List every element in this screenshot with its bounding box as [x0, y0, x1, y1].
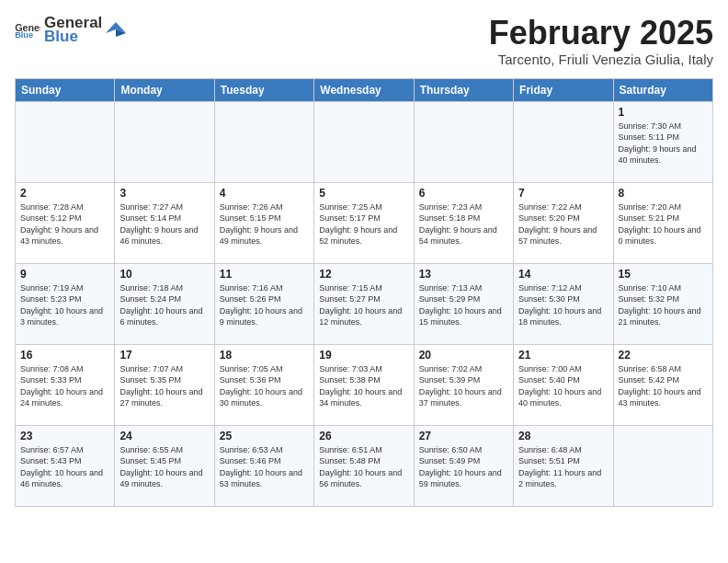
col-header-saturday: Saturday	[613, 78, 712, 101]
day-number: 22	[619, 349, 708, 362]
day-info: Sunrise: 7:03 AM Sunset: 5:38 PM Dayligh…	[319, 363, 408, 409]
day-info: Sunrise: 7:10 AM Sunset: 5:32 PM Dayligh…	[619, 282, 708, 328]
day-info: Sunrise: 7:27 AM Sunset: 5:14 PM Dayligh…	[119, 201, 209, 247]
calendar-cell: 3Sunrise: 7:27 AM Sunset: 5:14 PM Daylig…	[115, 182, 214, 263]
day-info: Sunrise: 7:26 AM Sunset: 5:15 PM Dayligh…	[220, 201, 309, 247]
title-block: February 2025 Tarcento, Friuli Venezia G…	[489, 15, 713, 67]
day-info: Sunrise: 7:12 AM Sunset: 5:30 PM Dayligh…	[518, 282, 608, 328]
day-number: 26	[319, 430, 408, 442]
day-info: Sunrise: 7:20 AM Sunset: 5:21 PM Dayligh…	[619, 201, 708, 247]
day-number: 10	[119, 268, 209, 281]
calendar-cell: 25Sunrise: 6:53 AM Sunset: 5:46 PM Dayli…	[214, 425, 313, 506]
calendar-table: SundayMondayTuesdayWednesdayThursdayFrid…	[15, 78, 713, 507]
day-info: Sunrise: 6:48 AM Sunset: 5:51 PM Dayligh…	[518, 444, 608, 490]
day-info: Sunrise: 6:57 AM Sunset: 5:43 PM Dayligh…	[20, 444, 109, 490]
day-info: Sunrise: 7:15 AM Sunset: 5:27 PM Dayligh…	[319, 282, 408, 328]
day-info: Sunrise: 7:07 AM Sunset: 5:35 PM Dayligh…	[119, 363, 209, 409]
calendar-cell: 16Sunrise: 7:08 AM Sunset: 5:33 PM Dayli…	[16, 344, 115, 425]
calendar-cell: 23Sunrise: 6:57 AM Sunset: 5:43 PM Dayli…	[16, 425, 115, 506]
col-header-sunday: Sunday	[16, 78, 115, 101]
calendar-cell: 14Sunrise: 7:12 AM Sunset: 5:30 PM Dayli…	[514, 263, 613, 344]
calendar-cell	[514, 101, 613, 182]
day-number: 2	[20, 187, 109, 200]
day-number: 14	[518, 268, 608, 281]
day-number: 6	[419, 187, 508, 200]
calendar-cell: 17Sunrise: 7:07 AM Sunset: 5:35 PM Dayli…	[115, 344, 214, 425]
day-info: Sunrise: 7:28 AM Sunset: 5:12 PM Dayligh…	[20, 201, 109, 247]
calendar-cell: 12Sunrise: 7:15 AM Sunset: 5:27 PM Dayli…	[314, 263, 414, 344]
day-info: Sunrise: 6:55 AM Sunset: 5:45 PM Dayligh…	[119, 444, 209, 490]
day-number: 12	[319, 268, 408, 281]
day-info: Sunrise: 7:30 AM Sunset: 5:11 PM Dayligh…	[619, 121, 708, 167]
day-info: Sunrise: 6:51 AM Sunset: 5:48 PM Dayligh…	[319, 444, 408, 490]
calendar-cell: 28Sunrise: 6:48 AM Sunset: 5:51 PM Dayli…	[514, 425, 613, 506]
day-info: Sunrise: 7:19 AM Sunset: 5:23 PM Dayligh…	[20, 282, 109, 328]
calendar-header-row: SundayMondayTuesdayWednesdayThursdayFrid…	[16, 78, 713, 101]
calendar-cell	[115, 101, 214, 182]
calendar-week-row: 23Sunrise: 6:57 AM Sunset: 5:43 PM Dayli…	[16, 425, 713, 506]
day-info: Sunrise: 7:00 AM Sunset: 5:40 PM Dayligh…	[518, 363, 608, 409]
calendar-cell: 6Sunrise: 7:23 AM Sunset: 5:18 PM Daylig…	[414, 182, 513, 263]
col-header-friday: Friday	[514, 78, 613, 101]
day-number: 1	[619, 106, 708, 119]
calendar-cell: 15Sunrise: 7:10 AM Sunset: 5:32 PM Dayli…	[613, 263, 712, 344]
calendar-cell: 20Sunrise: 7:02 AM Sunset: 5:39 PM Dayli…	[414, 344, 513, 425]
calendar-cell: 9Sunrise: 7:19 AM Sunset: 5:23 PM Daylig…	[16, 263, 115, 344]
day-number: 3	[119, 187, 209, 200]
calendar-cell	[314, 101, 414, 182]
day-info: Sunrise: 7:18 AM Sunset: 5:24 PM Dayligh…	[119, 282, 209, 328]
day-number: 25	[220, 430, 309, 442]
day-number: 15	[619, 268, 708, 281]
day-info: Sunrise: 7:13 AM Sunset: 5:29 PM Dayligh…	[419, 282, 508, 328]
calendar-body: 1Sunrise: 7:30 AM Sunset: 5:11 PM Daylig…	[16, 101, 713, 506]
day-info: Sunrise: 7:05 AM Sunset: 5:36 PM Dayligh…	[220, 363, 309, 409]
day-info: Sunrise: 7:23 AM Sunset: 5:18 PM Dayligh…	[419, 201, 508, 247]
col-header-wednesday: Wednesday	[314, 78, 414, 101]
day-number: 4	[220, 187, 309, 200]
calendar-cell: 13Sunrise: 7:13 AM Sunset: 5:29 PM Dayli…	[414, 263, 513, 344]
day-number: 20	[419, 349, 508, 362]
day-number: 21	[518, 349, 608, 362]
day-number: 9	[20, 268, 109, 281]
calendar-cell: 1Sunrise: 7:30 AM Sunset: 5:11 PM Daylig…	[613, 101, 712, 182]
logo: General Blue General Blue	[15, 15, 126, 45]
col-header-thursday: Thursday	[414, 78, 513, 101]
calendar-cell: 21Sunrise: 7:00 AM Sunset: 5:40 PM Dayli…	[514, 344, 613, 425]
calendar-cell: 11Sunrise: 7:16 AM Sunset: 5:26 PM Dayli…	[214, 263, 313, 344]
day-info: Sunrise: 7:08 AM Sunset: 5:33 PM Dayligh…	[20, 363, 109, 409]
day-number: 28	[518, 430, 608, 442]
day-info: Sunrise: 7:22 AM Sunset: 5:20 PM Dayligh…	[518, 201, 608, 247]
day-number: 23	[20, 430, 109, 442]
calendar-cell: 4Sunrise: 7:26 AM Sunset: 5:15 PM Daylig…	[214, 182, 313, 263]
calendar-cell: 5Sunrise: 7:25 AM Sunset: 5:17 PM Daylig…	[314, 182, 414, 263]
day-info: Sunrise: 7:16 AM Sunset: 5:26 PM Dayligh…	[220, 282, 309, 328]
day-number: 27	[419, 430, 508, 442]
calendar-cell	[414, 101, 513, 182]
day-number: 7	[518, 187, 608, 200]
calendar-week-row: 1Sunrise: 7:30 AM Sunset: 5:11 PM Daylig…	[16, 101, 713, 182]
col-header-tuesday: Tuesday	[214, 78, 313, 101]
calendar-week-row: 16Sunrise: 7:08 AM Sunset: 5:33 PM Dayli…	[16, 344, 713, 425]
day-number: 8	[619, 187, 708, 200]
day-number: 24	[119, 430, 209, 442]
calendar-cell: 26Sunrise: 6:51 AM Sunset: 5:48 PM Dayli…	[314, 425, 414, 506]
day-number: 16	[20, 349, 109, 362]
calendar-title: February 2025	[489, 15, 713, 52]
calendar-week-row: 2Sunrise: 7:28 AM Sunset: 5:12 PM Daylig…	[16, 182, 713, 263]
day-info: Sunrise: 6:53 AM Sunset: 5:46 PM Dayligh…	[220, 444, 309, 490]
day-info: Sunrise: 7:25 AM Sunset: 5:17 PM Dayligh…	[319, 201, 408, 247]
calendar-subtitle: Tarcento, Friuli Venezia Giulia, Italy	[489, 52, 713, 67]
logo-bird-icon	[106, 20, 126, 40]
calendar-cell: 18Sunrise: 7:05 AM Sunset: 5:36 PM Dayli…	[214, 344, 313, 425]
day-number: 5	[319, 187, 408, 200]
calendar-cell	[214, 101, 313, 182]
page-header: General Blue General Blue February 2025 …	[15, 15, 713, 67]
day-number: 11	[220, 268, 309, 281]
calendar-cell: 2Sunrise: 7:28 AM Sunset: 5:12 PM Daylig…	[16, 182, 115, 263]
day-number: 19	[319, 349, 408, 362]
day-info: Sunrise: 6:50 AM Sunset: 5:49 PM Dayligh…	[419, 444, 508, 490]
day-number: 18	[220, 349, 309, 362]
calendar-cell	[613, 425, 712, 506]
calendar-cell: 10Sunrise: 7:18 AM Sunset: 5:24 PM Dayli…	[115, 263, 214, 344]
calendar-cell: 22Sunrise: 6:58 AM Sunset: 5:42 PM Dayli…	[613, 344, 712, 425]
